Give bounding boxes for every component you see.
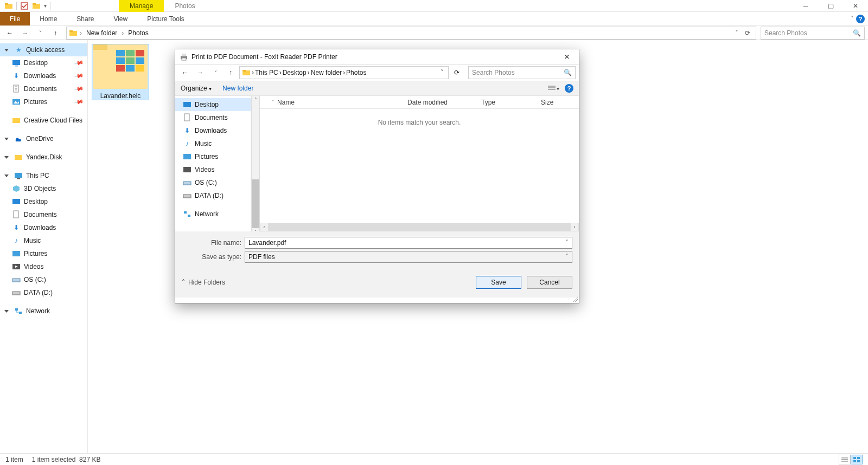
- save-type-select[interactable]: PDF files ˅: [245, 251, 572, 263]
- refresh-button[interactable]: ⟳: [451, 69, 463, 76]
- search-icon[interactable]: 🔍: [853, 29, 861, 37]
- address-history-dropdown[interactable]: ˅: [733, 29, 741, 37]
- sidebar-item-downloads[interactable]: ⬇Downloads: [0, 221, 87, 234]
- column-header-type[interactable]: Type: [481, 99, 541, 106]
- sidebar-item-this-pc[interactable]: This PC: [0, 169, 87, 182]
- sidebar-item-pictures[interactable]: Pictures: [0, 247, 87, 260]
- help-icon[interactable]: ?: [856, 15, 865, 23]
- cancel-button[interactable]: Cancel: [527, 276, 572, 289]
- address-history-dropdown[interactable]: ˅: [438, 69, 446, 76]
- tree-item-documents[interactable]: Documents: [175, 111, 251, 124]
- search-input[interactable]: Search Photos 🔍: [761, 27, 865, 40]
- column-header-size[interactable]: Size: [541, 99, 559, 106]
- properties-icon[interactable]: [20, 2, 29, 10]
- chevron-right-icon[interactable]: ›: [252, 69, 254, 76]
- nav-forward-button[interactable]: →: [18, 27, 31, 40]
- file-tile[interactable]: Lavander.heic: [92, 44, 149, 100]
- dialog-address-bar[interactable]: › This PC › Desktop › New folder › Photo…: [239, 66, 449, 79]
- qat-dropdown-icon[interactable]: ▾: [44, 3, 47, 9]
- chevron-right-icon[interactable]: ›: [279, 69, 282, 76]
- sidebar-item-network[interactable]: Network: [0, 305, 87, 318]
- breadcrumb[interactable]: Photos: [346, 69, 366, 76]
- sidebar-item-pictures[interactable]: Pictures📌: [0, 95, 87, 108]
- nav-recent-dropdown[interactable]: ˅: [209, 66, 222, 79]
- nav-up-button[interactable]: ↑: [49, 27, 62, 40]
- tab-manage[interactable]: Manage: [119, 0, 164, 12]
- breadcrumb[interactable]: Desktop: [283, 69, 307, 76]
- nav-back-button[interactable]: ←: [178, 66, 192, 79]
- chevron-down-icon[interactable]: ˅: [565, 239, 569, 247]
- sidebar-item-onedrive[interactable]: OneDrive: [0, 132, 87, 145]
- sidebar-item-documents[interactable]: Documents📌: [0, 82, 87, 95]
- nav-up-button[interactable]: ↑: [224, 66, 237, 79]
- scroll-up-icon[interactable]: ˄: [253, 96, 258, 104]
- resize-grip[interactable]: [572, 296, 578, 302]
- refresh-button[interactable]: ⟳: [742, 29, 754, 37]
- tree-item-videos[interactable]: Videos: [175, 163, 251, 176]
- tree-item-downloads[interactable]: ⬇Downloads: [175, 124, 251, 137]
- folder-icon[interactable]: [32, 2, 41, 10]
- ribbon-tab-home[interactable]: Home: [30, 12, 67, 25]
- help-icon[interactable]: ?: [565, 84, 573, 93]
- address-bar[interactable]: › New folder › Photos ˅ ⟳: [66, 27, 756, 40]
- nav-back-button[interactable]: ←: [3, 27, 16, 40]
- scroll-right-icon[interactable]: ›: [570, 223, 579, 231]
- sidebar-item-yandex[interactable]: Yandex.Disk: [0, 151, 87, 164]
- minimize-button[interactable]: ─: [793, 0, 818, 12]
- nav-forward-button[interactable]: →: [194, 66, 207, 79]
- ribbon-expand-icon[interactable]: ˅: [851, 15, 854, 23]
- ribbon-file-button[interactable]: File: [0, 12, 30, 25]
- scroll-thumb[interactable]: [252, 104, 259, 228]
- scroll-down-icon[interactable]: ˅: [253, 228, 258, 236]
- tree-vertical-scrollbar[interactable]: ˄˅: [251, 96, 260, 231]
- search-icon[interactable]: 🔍: [564, 69, 572, 76]
- view-mode-button[interactable]: ▾: [548, 85, 559, 92]
- tree-item-desktop[interactable]: Desktop: [175, 98, 251, 111]
- new-folder-button[interactable]: New folder: [222, 85, 253, 92]
- tree-item-data-drive[interactable]: DATA (D:): [175, 189, 251, 202]
- file-name-input[interactable]: Lavander.pdf ˅: [245, 237, 572, 249]
- scroll-track[interactable]: [269, 223, 570, 231]
- chevron-down-icon[interactable]: ˅: [565, 253, 569, 261]
- sidebar-item-data-drive[interactable]: DATA (D:): [0, 286, 87, 299]
- sidebar-item-videos[interactable]: Videos: [0, 260, 87, 273]
- ribbon-tab-picture-tools[interactable]: Picture Tools: [137, 12, 194, 25]
- tree-item-network[interactable]: Network: [175, 208, 251, 221]
- organize-button[interactable]: Organize ▾: [181, 85, 212, 92]
- chevron-right-icon[interactable]: ›: [308, 69, 310, 76]
- sidebar-item-3d-objects[interactable]: 3D Objects: [0, 182, 87, 195]
- sidebar-item-desktop[interactable]: Desktop: [0, 195, 87, 208]
- save-button[interactable]: Save: [476, 276, 521, 289]
- chevron-right-icon[interactable]: ›: [343, 69, 345, 76]
- column-header-name[interactable]: Name: [277, 99, 407, 106]
- column-header-date[interactable]: Date modified: [407, 99, 481, 106]
- chevron-right-icon[interactable]: ›: [120, 29, 125, 37]
- sidebar-item-downloads[interactable]: ⬇Downloads📌: [0, 69, 87, 82]
- sidebar-item-desktop[interactable]: Desktop📌: [0, 56, 87, 69]
- breadcrumb[interactable]: Photos: [126, 29, 150, 37]
- chevron-down-icon[interactable]: ˅: [272, 100, 277, 105]
- chevron-right-icon[interactable]: ›: [79, 29, 83, 37]
- sidebar-item-music[interactable]: ♪Music: [0, 234, 87, 247]
- tree-item-music[interactable]: ♪Music: [175, 137, 251, 150]
- ribbon-tab-view[interactable]: View: [104, 12, 137, 25]
- sidebar-item-creative-cloud[interactable]: Creative Cloud Files: [0, 114, 87, 127]
- breadcrumb[interactable]: New folder: [311, 69, 342, 76]
- tree-item-os-drive[interactable]: OS (C:): [175, 176, 251, 189]
- breadcrumb[interactable]: New folder: [84, 29, 119, 37]
- sidebar-item-os-drive[interactable]: OS (C:): [0, 273, 87, 286]
- ribbon-tab-share[interactable]: Share: [67, 12, 104, 25]
- close-button[interactable]: ✕: [559, 51, 575, 63]
- sidebar-quick-access[interactable]: ★ Quick access: [0, 43, 87, 56]
- nav-recent-dropdown[interactable]: ˅: [34, 27, 47, 40]
- dialog-search-input[interactable]: Search Photos 🔍: [468, 66, 576, 79]
- details-view-button[interactable]: [839, 455, 851, 464]
- breadcrumb[interactable]: This PC: [255, 69, 278, 76]
- sidebar-item-documents[interactable]: Documents: [0, 208, 87, 221]
- tree-item-pictures[interactable]: Pictures: [175, 150, 251, 163]
- maximize-button[interactable]: ▢: [818, 0, 843, 12]
- hide-folders-button[interactable]: ˄ Hide Folders: [182, 279, 225, 286]
- horizontal-scrollbar[interactable]: ‹ ›: [260, 223, 579, 231]
- scroll-left-icon[interactable]: ‹: [260, 223, 269, 231]
- close-button[interactable]: ✕: [843, 0, 868, 12]
